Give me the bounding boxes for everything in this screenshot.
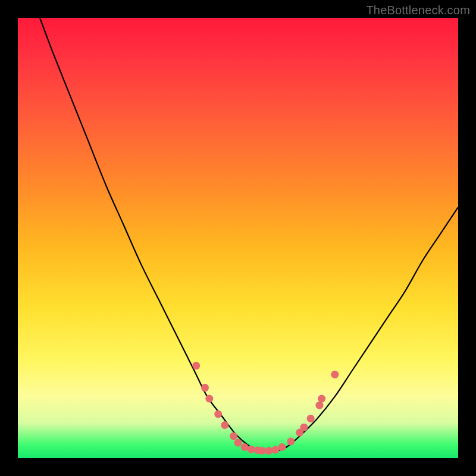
highlight-dot [300,424,308,431]
highlight-dot [258,447,266,455]
highlight-dot [230,433,237,440]
highlight-dot [248,446,255,453]
highlight-dot [278,443,286,451]
highlight-dot [241,443,249,451]
chart-frame: TheBottleneck.com [0,0,476,476]
curve-svg [18,18,458,458]
plot-area [18,18,458,458]
highlight-dot [265,447,273,455]
bottleneck-curve [40,18,458,452]
highlight-dot [307,415,315,422]
highlight-dot [315,402,323,409]
highlight-dot [214,411,222,418]
highlight-dot [201,384,209,392]
highlight-dot [205,395,213,403]
highlight-dot [192,362,200,369]
highlight-dot [271,446,279,453]
highlight-dots-group [192,362,339,455]
highlight-dot [221,421,228,429]
highlight-dot [331,371,339,378]
highlight-dot [234,439,242,447]
highlight-dot [287,437,295,445]
highlight-dot [318,395,325,403]
watermark-text: TheBottleneck.com [366,4,470,17]
